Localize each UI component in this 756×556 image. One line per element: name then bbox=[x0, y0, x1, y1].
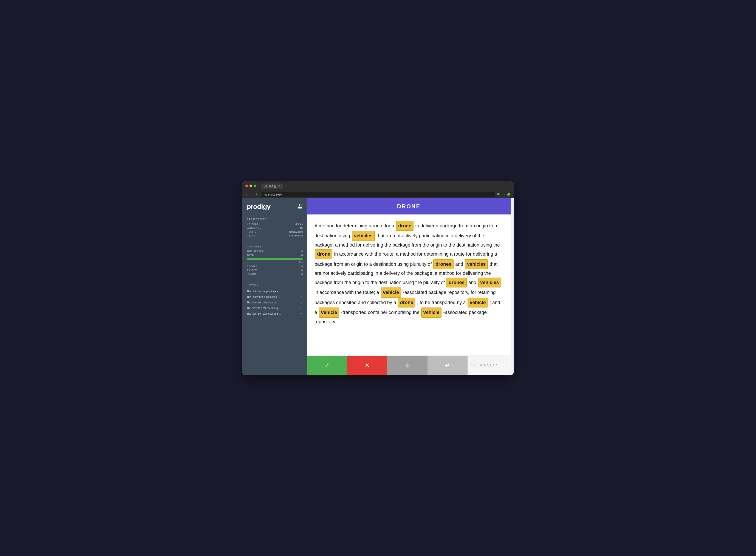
reject-row: REJECT 0 bbox=[247, 269, 303, 272]
annotation-text: A method for determining a route for a d… bbox=[307, 214, 511, 355]
scrollbar[interactable] bbox=[511, 198, 514, 375]
text-segment-9: , to be transported by a bbox=[416, 300, 467, 305]
close-button[interactable] bbox=[245, 184, 248, 187]
text-segment-4: and bbox=[454, 262, 465, 267]
history-section: HISTORY The utility model provides a... … bbox=[242, 281, 307, 319]
reload-button[interactable]: ↻ bbox=[255, 192, 259, 197]
ignore-icon: ⊘ bbox=[405, 362, 410, 369]
highlight-vehicle-2: vehicle bbox=[468, 298, 488, 308]
save-icon[interactable]: 💾 bbox=[297, 204, 303, 209]
text-segment-7: in accordance with the route; a bbox=[315, 290, 381, 295]
address-bar[interactable]: localhost:8080 bbox=[261, 192, 495, 197]
history-check-2: ✓ bbox=[300, 301, 303, 304]
highlight-vehicle-4: vehicle bbox=[421, 308, 442, 318]
history-text-2: The invention discloses a U... bbox=[247, 301, 298, 304]
text-segment-0: A method for determining a route for a bbox=[315, 223, 396, 229]
history-check-0: ✓ bbox=[300, 290, 303, 293]
highlight-drones-1: drones bbox=[433, 259, 453, 269]
undo-icon: ↵ bbox=[445, 362, 450, 369]
highlight-vehicles-2: vehicles bbox=[465, 259, 488, 269]
info-row-language: LANGUAGE en bbox=[247, 227, 303, 229]
tab-bar: (8) Prodigy ✕ + bbox=[261, 183, 505, 188]
reject-label: REJECT bbox=[247, 269, 257, 272]
progress-title: PROGRESS bbox=[247, 245, 303, 248]
browser-tab[interactable]: (8) Prodigy ✕ bbox=[261, 183, 283, 188]
accept-button[interactable]: ✓ bbox=[307, 356, 347, 375]
sidebar: prodigy 💾 PROJECT INFO DATASET drones LA… bbox=[242, 198, 307, 375]
accept-icon: ✓ bbox=[325, 362, 330, 369]
accept-row: ACCEPT 8 bbox=[247, 265, 303, 268]
main-content: DRONE A method for determining a route f… bbox=[307, 198, 511, 375]
browser-window: (8) Prodigy ✕ + ⋮ ‹ › ↻ localhost:8080 🔍… bbox=[242, 181, 514, 375]
highlight-drone-3: drone bbox=[398, 298, 415, 308]
history-text-3: The aircraft (FM) according ... bbox=[247, 307, 298, 310]
score-value: 1, 4, 1, 4, 3, 0, 3, 3, 3 bbox=[471, 364, 498, 367]
recipe-value: textcat.teach bbox=[289, 231, 303, 233]
titlebar: (8) Prodigy ✕ + ⋮ bbox=[242, 181, 514, 191]
undo-button[interactable]: ↵ bbox=[428, 356, 468, 375]
reject-value: 0 bbox=[301, 269, 303, 272]
this-session-row: THIS SESSION 8 bbox=[247, 250, 303, 253]
history-item-4: The invention discloses a dr... ✓ bbox=[247, 311, 303, 317]
forward-button[interactable]: › bbox=[250, 192, 253, 197]
ignore-label: IGNORE bbox=[247, 273, 257, 275]
project-info-title: PROJECT INFO bbox=[247, 218, 303, 220]
reject-button[interactable]: ✕ bbox=[347, 356, 388, 375]
history-check-1: ✓ bbox=[300, 295, 303, 299]
progress-section: PROGRESS THIS SESSION 8 TOTAL 8 0% ACCEP… bbox=[242, 242, 307, 279]
history-text-4: The invention discloses a dr... bbox=[247, 312, 298, 315]
viewid-value: classification bbox=[289, 234, 303, 237]
this-session-value: 8 bbox=[301, 250, 303, 253]
progress-fill bbox=[247, 258, 303, 260]
extension-icon[interactable]: 🧩 bbox=[507, 193, 511, 196]
traffic-lights bbox=[245, 184, 256, 187]
history-item-0: The utility model provides a... ✓ bbox=[247, 288, 303, 294]
browser-body: prodigy 💾 PROJECT INFO DATASET drones LA… bbox=[242, 198, 514, 375]
highlight-vehicles-3: vehicles bbox=[478, 278, 501, 288]
accept-label: ACCEPT bbox=[247, 265, 257, 268]
minimize-button[interactable] bbox=[250, 184, 252, 187]
history-title: HISTORY bbox=[247, 284, 303, 286]
total-label: TOTAL bbox=[247, 254, 255, 256]
action-bar: ✓ ✕ ⊘ ↵ 1, 4, 1, 4, 3, 0, 3, 3, 3 bbox=[307, 355, 511, 375]
history-item-3: The aircraft (FM) according ... ✓ bbox=[247, 305, 303, 311]
project-info-section: PROJECT INFO DATASET drones LANGUAGE en … bbox=[242, 215, 307, 240]
back-button[interactable]: ‹ bbox=[245, 192, 248, 197]
recipe-label: RECIPE bbox=[247, 231, 256, 233]
info-row-viewid: VIEW ID classification bbox=[247, 234, 303, 237]
sidebar-logo: prodigy 💾 bbox=[242, 203, 307, 215]
info-row-dataset: DATASET drones bbox=[247, 223, 303, 225]
history-item-1: The utility model discloses ... ✓ bbox=[247, 294, 303, 300]
highlight-vehicles-1: vehicles bbox=[352, 231, 375, 241]
menu-icon[interactable]: ⋮ bbox=[508, 184, 511, 188]
address-bar-row: ‹ › ↻ localhost:8080 🔍 ☆ 🧩 bbox=[242, 191, 514, 198]
url-text: localhost:8080 bbox=[264, 193, 282, 196]
text-segment-11: -transported container comprising the bbox=[340, 310, 421, 315]
viewid-label: VIEW ID bbox=[247, 234, 257, 237]
highlight-drones-2: drones bbox=[446, 278, 466, 288]
highlight-vehicle-1: vehicle bbox=[381, 287, 401, 298]
history-text-1: The utility model discloses ... bbox=[247, 296, 298, 299]
highlight-vehicle-3: vehicle bbox=[319, 308, 339, 318]
progress-bar-container: 0% bbox=[247, 258, 303, 263]
maximize-button[interactable] bbox=[254, 184, 256, 187]
total-row: TOTAL 8 bbox=[247, 254, 303, 256]
ignore-button[interactable]: ⊘ bbox=[387, 356, 428, 375]
ignore-row: IGNORE 0 bbox=[247, 273, 303, 275]
progress-percent: 0% bbox=[247, 261, 303, 263]
info-row-recipe: RECIPE textcat.teach bbox=[247, 231, 303, 233]
toolbar-icons: ⋮ bbox=[508, 184, 511, 188]
this-session-label: THIS SESSION bbox=[247, 250, 265, 253]
zoom-icon: 🔍 bbox=[497, 193, 501, 196]
label-header: DRONE bbox=[307, 198, 511, 214]
history-check-4: ✓ bbox=[300, 312, 303, 315]
ignore-value: 0 bbox=[301, 273, 303, 275]
total-value: 8 bbox=[301, 254, 303, 256]
tab-close-icon[interactable]: ✕ bbox=[278, 184, 280, 187]
highlight-drone-2: drone bbox=[315, 249, 332, 259]
history-check-3: ✓ bbox=[300, 306, 303, 310]
highlight-drone-1: drone bbox=[396, 221, 413, 231]
dataset-label: DATASET bbox=[247, 223, 258, 225]
bookmark-icon[interactable]: ☆ bbox=[502, 193, 505, 196]
new-tab-icon[interactable]: + bbox=[284, 184, 286, 188]
